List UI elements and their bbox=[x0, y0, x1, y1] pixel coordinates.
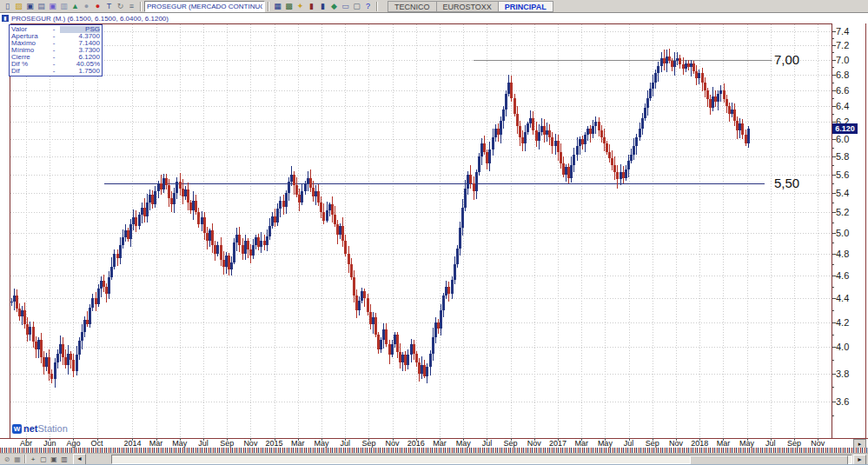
x-axis-tick bbox=[723, 438, 724, 441]
toolbar-separator bbox=[268, 2, 269, 11]
y-axis-tick bbox=[832, 90, 836, 91]
y-axis-minor-tick bbox=[832, 38, 834, 39]
candles-alt-icon[interactable]: ▮ bbox=[317, 1, 328, 11]
x-axis-tick bbox=[558, 438, 559, 441]
last-price-tag: 6.120 bbox=[832, 123, 858, 134]
copy-icon[interactable]: ▥ bbox=[58, 1, 70, 11]
globe-icon[interactable]: ● bbox=[81, 1, 92, 11]
comment-icon[interactable]: ▭ bbox=[340, 1, 351, 11]
x-axis-tick bbox=[298, 438, 299, 441]
x-axis-tick bbox=[818, 438, 818, 441]
alert-icon[interactable]: ● bbox=[92, 1, 103, 11]
x-axis-tick bbox=[250, 438, 251, 441]
x-axis-tick bbox=[699, 438, 700, 441]
bottom-toolbar: ⊘▦+▢▣▥ ◄ ► bbox=[0, 453, 868, 464]
y-axis-tick bbox=[832, 106, 836, 107]
y-axis-tick bbox=[832, 402, 836, 402]
x-axis-tick bbox=[180, 438, 181, 441]
chart-mode-icon[interactable]: ▦ bbox=[12, 455, 23, 464]
crosshair-icon[interactable]: + bbox=[28, 455, 38, 464]
y-axis-tick bbox=[832, 31, 836, 32]
chart-grid-icon[interactable]: ▩ bbox=[283, 1, 295, 11]
y-axis-tick bbox=[832, 60, 836, 61]
y-axis-minor-tick bbox=[832, 114, 834, 115]
chart-window: ▮ PROSEGUR (M.) (6.1500, 6.1500, 6.0400,… bbox=[0, 12, 868, 465]
x-axis-tick bbox=[534, 438, 535, 441]
y-axis-minor-tick bbox=[832, 287, 834, 288]
candlestick-chart-canvas[interactable] bbox=[10, 23, 832, 439]
separator bbox=[24, 455, 26, 463]
workspace-tabs: TECNICOEUROSTOXXPRINCIPAL bbox=[388, 1, 553, 12]
zoom-in-icon[interactable]: ▣ bbox=[49, 455, 59, 464]
axis-edge-line bbox=[865, 23, 866, 438]
x-axis-tick bbox=[581, 438, 582, 441]
toolbar-left-group: ▯▨▣▤▣▥▲●●T↻≡ bbox=[2, 1, 137, 11]
quote-info-box: Valor-PSGApertura-4.3700Máximo-7.1400Mín… bbox=[9, 24, 103, 76]
y-axis-tick-label: 4.2 bbox=[836, 317, 862, 328]
tab-principal[interactable]: PRINCIPAL bbox=[498, 1, 553, 12]
y-axis-minor-tick bbox=[832, 223, 834, 223]
y-axis-tick-label: 3.8 bbox=[836, 369, 862, 379]
x-axis-tick bbox=[676, 438, 677, 441]
save-icon[interactable]: ▣ bbox=[24, 1, 36, 11]
info-dash: - bbox=[48, 68, 60, 75]
bottom-toolbar-icons: ⊘▦+▢▣▥ bbox=[0, 455, 70, 464]
y-axis-minor-tick bbox=[832, 264, 834, 265]
y-axis-tick bbox=[832, 276, 836, 276]
window-icon[interactable]: ▢ bbox=[351, 1, 362, 11]
zoom-window-icon[interactable]: ▢ bbox=[38, 455, 49, 464]
price-level-label[interactable]: 5,50 bbox=[774, 176, 799, 190]
y-axis-tick bbox=[832, 75, 836, 76]
candles-icon[interactable]: ▮ bbox=[306, 1, 317, 11]
pause-icon[interactable]: ⊘ bbox=[2, 455, 12, 464]
y-axis-tick bbox=[832, 233, 836, 234]
y-axis-tick-label: 6.4 bbox=[836, 101, 862, 111]
y-axis-minor-tick bbox=[832, 387, 834, 388]
horizontal-scrollbar[interactable] bbox=[111, 455, 852, 464]
x-axis-tick bbox=[605, 438, 606, 441]
y-axis-tick-label: 4.6 bbox=[836, 270, 862, 281]
price-level-label[interactable]: 7,00 bbox=[774, 52, 799, 67]
scroll-left-button[interactable]: ◄ bbox=[73, 454, 86, 465]
zoom-out-icon[interactable]: ▥ bbox=[59, 455, 70, 464]
text-tool-icon[interactable]: T bbox=[103, 1, 115, 11]
help-icon[interactable]: ? bbox=[362, 1, 374, 11]
x-axis-tick bbox=[227, 438, 228, 441]
y-axis-tick-label: 5.6 bbox=[836, 169, 862, 180]
new-document-icon[interactable]: ▯ bbox=[2, 1, 13, 11]
info-row: Dif-1.7500 bbox=[11, 68, 100, 75]
layers-icon[interactable]: ≡ bbox=[126, 1, 137, 11]
save-as-icon[interactable]: ▣ bbox=[47, 1, 58, 11]
symbol-input[interactable] bbox=[144, 1, 265, 12]
toolbar-right-group: ▦▩✦▮▮◆▭▢? bbox=[272, 1, 374, 11]
y-axis-tick bbox=[832, 139, 836, 140]
x-axis-tick bbox=[416, 438, 417, 441]
toolbar-separator bbox=[140, 2, 142, 11]
chart-type-icon[interactable]: ▦ bbox=[272, 1, 283, 11]
upload-icon[interactable]: ▲ bbox=[70, 1, 81, 11]
x-axis-tick bbox=[156, 438, 157, 441]
x-axis-tick bbox=[203, 438, 204, 441]
print-icon[interactable]: ▤ bbox=[36, 1, 47, 11]
x-axis-tick bbox=[653, 438, 653, 441]
netstation-logo-station: Station bbox=[38, 423, 68, 434]
indicator-icon[interactable]: ◆ bbox=[328, 1, 340, 11]
tab-eurostoxx[interactable]: EUROSTOXX bbox=[436, 1, 498, 12]
y-axis-tick-label: 7.4 bbox=[836, 26, 862, 37]
chart-title-bar: ▮ PROSEGUR (M.) (6.1500, 6.1500, 6.0400,… bbox=[0, 13, 868, 23]
zoom-tool-icon[interactable]: ✦ bbox=[295, 1, 306, 11]
y-axis-tick-label: 7.0 bbox=[836, 55, 862, 65]
y-axis-tick-label: 7.2 bbox=[836, 40, 862, 50]
y-axis-tick-label: 5.2 bbox=[836, 207, 862, 217]
x-axis-tick bbox=[794, 438, 795, 441]
info-value: 1.7500 bbox=[60, 68, 100, 75]
netstation-window: ▯▨▣▤▣▥▲●●T↻≡ ▦▩✦▮▮◆▭▢? TECNICOEUROSTOXXP… bbox=[0, 0, 868, 465]
open-folder-icon[interactable]: ▨ bbox=[13, 1, 24, 11]
x-axis-tick bbox=[629, 438, 630, 441]
x-axis-tick bbox=[463, 438, 464, 441]
y-axis-tick-label: 5.4 bbox=[836, 188, 862, 198]
tab-tecnico[interactable]: TECNICO bbox=[388, 1, 436, 12]
y-axis-minor-tick bbox=[832, 165, 834, 166]
refresh-icon[interactable]: ↻ bbox=[115, 1, 126, 11]
x-axis-tick bbox=[50, 438, 50, 441]
